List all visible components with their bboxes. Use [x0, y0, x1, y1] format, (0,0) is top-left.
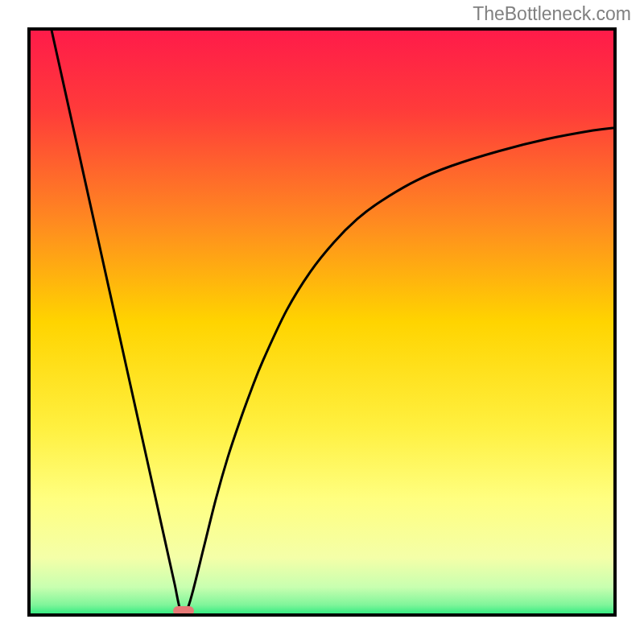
bottleneck-curve [27, 27, 617, 617]
chart-container: TheBottleneck.com [0, 0, 644, 644]
plot-area [27, 27, 617, 617]
watermark-text: TheBottleneck.com [473, 3, 631, 25]
min-marker [173, 606, 194, 616]
